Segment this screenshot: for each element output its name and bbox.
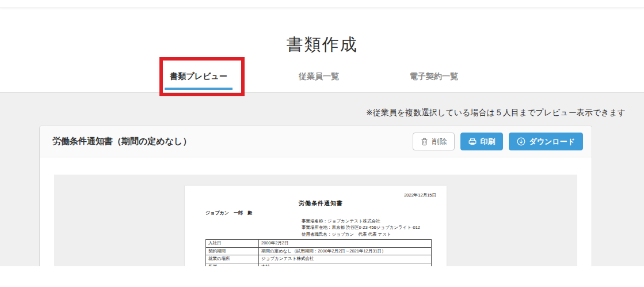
table-row: 所属 本社: [206, 263, 432, 266]
download-button[interactable]: ダウンロード: [509, 133, 583, 150]
download-circle-icon: [517, 137, 525, 146]
document-employer-block: 事業場名称：ジョブカンテスト株式会社 事業場所在地：東京都 渋谷区0-23-45…: [302, 218, 436, 238]
print-button-label: 印刷: [480, 137, 495, 147]
delete-button-label: 削除: [432, 137, 447, 147]
download-button-label: ダウンロード: [529, 137, 575, 147]
document-card-header: 労働条件通知書（期間の定めなし） 削除: [40, 126, 592, 157]
row-value: 2000年2月2日: [259, 240, 432, 248]
preview-limit-notice: ※従業員を複数選択している場合は５人目までプレビュー表示できます: [366, 108, 626, 118]
tab-econtract-list[interactable]: 電子契約一覧: [409, 71, 459, 90]
table-row: 入社日 2000年2月2日: [206, 240, 432, 248]
document-page[interactable]: 2022年12月15日 労働条件通知書 ジョブカン 一郎 殿 事業場名称：ジョブ…: [185, 186, 447, 266]
document-date: 2022年12月15日: [205, 192, 436, 199]
document-recipient: ジョブカン 一郎 殿: [205, 210, 436, 216]
print-button[interactable]: 印刷: [460, 133, 503, 150]
row-value: 期間の定めなし（試用期間：2000年2月2日～2021年12月31日）: [259, 247, 432, 255]
trash-icon: [421, 138, 428, 146]
content-section: ※従業員を複数選択している場合は５人目までプレビュー表示できます 労働条件通知書…: [0, 92, 644, 266]
document-card-title: 労働条件通知書（期間の定めなし）: [52, 136, 413, 147]
active-tab-underline: [165, 88, 233, 90]
conditions-table: 入社日 2000年2月2日 契約期間 期間の定めなし（試用期間：2000年2月2…: [205, 239, 432, 266]
table-row: 就業の場所 ジョブカンテスト株式会社: [206, 255, 432, 263]
employer-representative-line: 使用者職氏名：ジョブカン 代表 代表 テスト: [302, 232, 436, 238]
row-label: 就業の場所: [206, 255, 259, 263]
printer-icon: [468, 138, 477, 146]
employer-name-line: 事業場名称：ジョブカンテスト株式会社: [302, 218, 436, 225]
document-card: 労働条件通知書（期間の定めなし） 削除: [39, 126, 592, 266]
top-navigation-bar: [0, 0, 644, 8]
delete-button[interactable]: 削除: [413, 133, 455, 150]
document-preview-area: 2022年12月15日 労働条件通知書 ジョブカン 一郎 殿 事業場名称：ジョブ…: [54, 175, 577, 266]
document-title: 労働条件通知書: [205, 199, 436, 207]
tab-employee-list[interactable]: 従業員一覧: [296, 71, 342, 90]
tab-document-preview[interactable]: 書類プレビュー: [165, 71, 233, 90]
employer-address-line: 事業場所在地：東京都 渋谷区0-23-456ジョブカンライト-012: [302, 225, 436, 231]
table-row: 契約期間 期間の定めなし（試用期間：2000年2月2日～2021年12月31日）: [206, 247, 432, 255]
tab-document-preview-label: 書類プレビュー: [170, 71, 227, 81]
row-label: 入社日: [206, 240, 259, 248]
tab-employee-list-label: 従業員一覧: [299, 71, 339, 81]
row-value: 本社: [259, 263, 432, 266]
row-value: ジョブカンテスト株式会社: [259, 255, 432, 263]
row-label: 所属: [206, 263, 259, 266]
row-label: 契約期間: [206, 247, 259, 255]
document-card-body: 2022年12月15日 労働条件通知書 ジョブカン 一郎 殿 事業場名称：ジョブ…: [40, 157, 592, 266]
page-title: 書類作成: [0, 33, 644, 56]
tab-econtract-list-label: 電子契約一覧: [410, 71, 458, 81]
